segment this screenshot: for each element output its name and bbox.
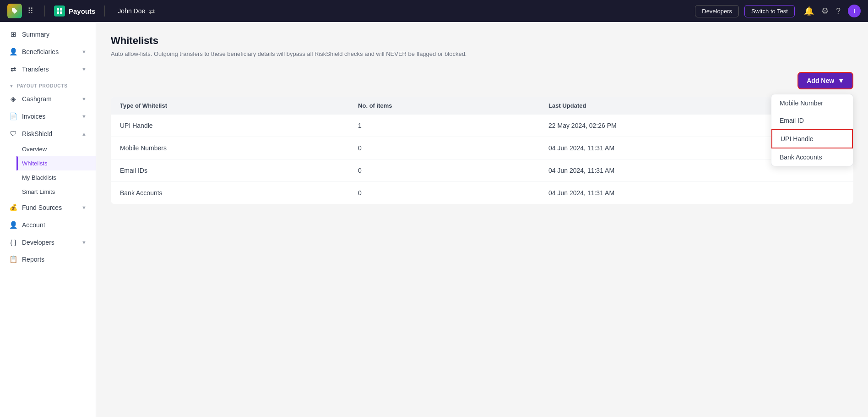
- col-count: No. of items: [349, 97, 539, 115]
- col-type: Type of Whitelist: [111, 97, 349, 115]
- svg-rect-3: [60, 11, 62, 14]
- exchange-icon[interactable]: ⇄: [149, 7, 155, 16]
- sidebar-label-whitelists: Whitelists: [22, 160, 48, 167]
- topnav-icons: 🔔 ⚙ ? I: [804, 5, 861, 17]
- brand-icon: [54, 5, 65, 16]
- sidebar-label-developers: Developers: [22, 239, 54, 246]
- developers-button[interactable]: Developers: [695, 5, 739, 17]
- page-title: Whitelists: [111, 35, 853, 47]
- add-new-dropdown: Mobile Number Email ID UPI Handle Bank A…: [771, 94, 853, 166]
- summary-icon: ⊞: [9, 30, 17, 38]
- main-content: Whitelists Auto allow-lists. Outgoing tr…: [96, 22, 868, 417]
- riskshield-icon: 🛡: [9, 130, 17, 137]
- svg-rect-1: [60, 8, 62, 11]
- sidebar-item-cashgram[interactable]: ◈ Cashgram ▼: [0, 90, 96, 108]
- dropdown-email-id[interactable]: Email ID: [771, 112, 853, 129]
- add-new-button[interactable]: Add New ▼: [797, 72, 853, 89]
- help-icon[interactable]: ?: [836, 6, 841, 16]
- cell-count: 1: [349, 115, 539, 137]
- user-name: John Doe: [118, 7, 145, 15]
- invoices-icon: 📄: [9, 112, 17, 121]
- reports-icon: 📋: [9, 255, 17, 263]
- cell-type: Email IDs: [111, 159, 349, 182]
- svg-rect-0: [57, 8, 59, 11]
- dropdown-mobile-number[interactable]: Mobile Number: [771, 94, 853, 112]
- sidebar-label-smart-limits: Smart Limits: [22, 188, 55, 195]
- page-description: Auto allow-lists. Outgoing transfers to …: [111, 50, 477, 57]
- app-logo: [7, 4, 22, 18]
- top-navigation: ⠿ Payouts John Doe ⇄ Developers Switch t…: [0, 0, 868, 22]
- section-arrow: ▼: [9, 83, 14, 88]
- sidebar-item-fund-sources[interactable]: 💰 Fund Sources ▼: [0, 199, 96, 216]
- chevron-invoices: ▼: [81, 114, 87, 119]
- cell-updated: 04 Jun 2024, 11:31 AM: [539, 182, 853, 204]
- table-row[interactable]: Email IDs 0 04 Jun 2024, 11:31 AM: [111, 159, 853, 182]
- switch-to-test-button[interactable]: Switch to Test: [744, 5, 795, 17]
- notification-icon[interactable]: 🔔: [804, 6, 814, 16]
- cell-count: 0: [349, 182, 539, 204]
- table-row[interactable]: Bank Accounts 0 04 Jun 2024, 11:31 AM: [111, 182, 853, 204]
- chevron-down-add: ▼: [838, 77, 844, 84]
- table-header: Type of Whitelist No. of items Last Upda…: [111, 97, 853, 115]
- sidebar-item-blacklists[interactable]: My Blacklists: [16, 170, 96, 185]
- sidebar-item-transfers[interactable]: ⇄ Transfers ▼: [0, 60, 96, 78]
- grid-icon[interactable]: ⠿: [27, 6, 33, 16]
- sidebar-label-reports: Reports: [22, 256, 44, 263]
- cell-type: UPI Handle: [111, 115, 349, 137]
- sidebar-item-reports[interactable]: 📋 Reports: [0, 251, 96, 268]
- user-avatar[interactable]: I: [848, 5, 861, 17]
- sidebar-item-invoices[interactable]: 📄 Invoices ▼: [0, 108, 96, 125]
- sidebar-item-account[interactable]: 👤 Account: [0, 216, 96, 234]
- cell-count: 0: [349, 159, 539, 182]
- developers-icon: { }: [9, 238, 17, 246]
- chevron-developers: ▼: [81, 240, 87, 245]
- whitelist-table: Type of Whitelist No. of items Last Upda…: [111, 97, 853, 204]
- settings-icon[interactable]: ⚙: [821, 6, 829, 16]
- brand-label: Payouts: [69, 7, 95, 15]
- sidebar-item-riskshield[interactable]: 🛡 RiskShield ▲: [0, 125, 96, 142]
- payout-products-section: ▼ PAYOUT PRODUCTS: [0, 78, 96, 90]
- sidebar-item-summary[interactable]: ⊞ Summary: [0, 26, 96, 43]
- chevron-fund-sources: ▼: [81, 205, 87, 210]
- riskshield-submenu: Overview Whitelists My Blacklists Smart …: [0, 142, 96, 199]
- account-icon: 👤: [9, 221, 17, 229]
- dropdown-upi-handle[interactable]: UPI Handle: [771, 129, 853, 148]
- brand-area: Payouts: [54, 5, 95, 16]
- add-new-label: Add New: [807, 77, 834, 84]
- svg-rect-2: [57, 11, 59, 14]
- sidebar-label-riskshield: RiskShield: [22, 130, 52, 137]
- chevron-down-icon-transfers: ▼: [81, 66, 87, 72]
- sidebar-item-smart-limits[interactable]: Smart Limits: [16, 185, 96, 199]
- table-row[interactable]: Mobile Numbers 0 04 Jun 2024, 11:31 AM: [111, 137, 853, 159]
- sidebar-label-invoices: Invoices: [22, 113, 45, 120]
- sidebar-label-overview: Overview: [22, 146, 47, 153]
- cashgram-icon: ◈: [9, 95, 17, 103]
- chevron-riskshield: ▲: [81, 131, 87, 137]
- sidebar-item-developers[interactable]: { } Developers ▼: [0, 234, 96, 251]
- table-row[interactable]: UPI Handle 1 22 May 2024, 02:26 PM: [111, 115, 853, 137]
- table-body: UPI Handle 1 22 May 2024, 02:26 PM Mobil…: [111, 115, 853, 204]
- cell-count: 0: [349, 137, 539, 159]
- cell-type: Mobile Numbers: [111, 137, 349, 159]
- sidebar-item-whitelists[interactable]: Whitelists: [16, 156, 96, 170]
- sidebar-label-beneficiaries: Beneficiaries: [22, 48, 59, 55]
- sidebar-label-cashgram: Cashgram: [22, 95, 52, 103]
- sidebar-label-summary: Summary: [22, 31, 49, 38]
- beneficiaries-icon: 👤: [9, 48, 17, 56]
- chevron-cashgram: ▼: [81, 96, 87, 102]
- sidebar-label-account: Account: [22, 221, 45, 229]
- user-info: John Doe ⇄: [118, 7, 155, 16]
- nav-divider: [44, 5, 45, 16]
- sidebar-label-fund-sources: Fund Sources: [22, 204, 62, 211]
- chevron-down-icon: ▼: [81, 49, 87, 55]
- sidebar-label-blacklists: My Blacklists: [22, 174, 56, 181]
- cell-type: Bank Accounts: [111, 182, 349, 204]
- add-new-area: Add New ▼ Mobile Number Email ID UPI Han…: [111, 72, 853, 89]
- dropdown-bank-accounts[interactable]: Bank Accounts: [771, 148, 853, 166]
- sidebar-item-overview[interactable]: Overview: [16, 142, 96, 156]
- transfers-icon: ⇄: [9, 65, 17, 73]
- sidebar: ⊞ Summary 👤 Beneficiaries ▼ ⇄ Transfers …: [0, 22, 96, 417]
- fund-sources-icon: 💰: [9, 203, 17, 212]
- sidebar-label-transfers: Transfers: [22, 66, 49, 73]
- sidebar-item-beneficiaries[interactable]: 👤 Beneficiaries ▼: [0, 43, 96, 60]
